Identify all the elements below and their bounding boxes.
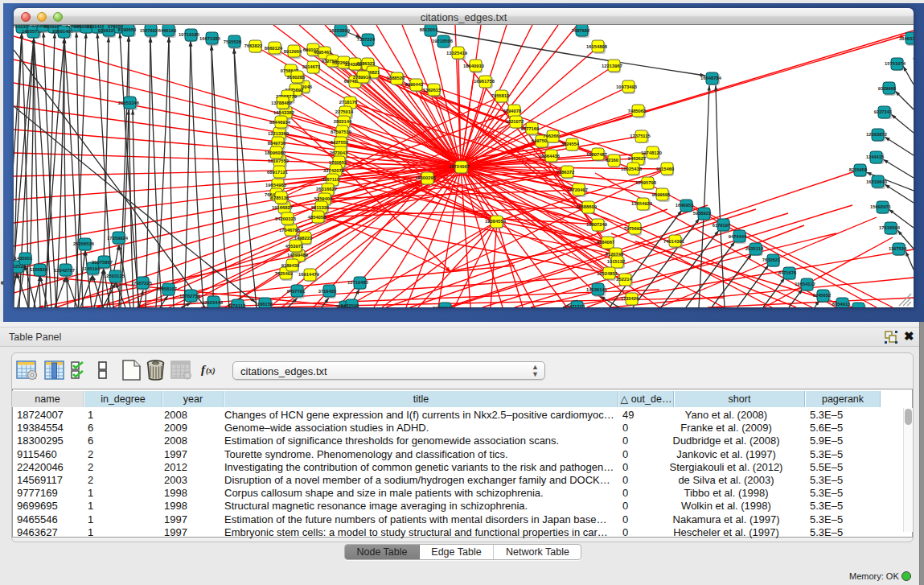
svg-text:6179197: 6179197 xyxy=(713,223,731,228)
svg-text:12093872: 12093872 xyxy=(866,132,887,137)
svg-text:1588520: 1588520 xyxy=(387,76,405,80)
svg-text:87597510: 87597510 xyxy=(331,130,351,134)
svg-text:16671385: 16671385 xyxy=(199,36,221,41)
svg-text:9457791: 9457791 xyxy=(287,289,306,294)
svg-text:9474444: 9474444 xyxy=(729,234,747,239)
svg-text:8471676: 8471676 xyxy=(778,270,797,275)
svg-text:15720407: 15720407 xyxy=(567,187,588,192)
svg-text:9115460: 9115460 xyxy=(656,167,674,171)
svg-text:5471723: 5471723 xyxy=(567,304,585,307)
svg-text:13710485: 13710485 xyxy=(347,280,369,285)
svg-text:7955812: 7955812 xyxy=(491,93,510,98)
svg-text:2275014: 2275014 xyxy=(335,109,354,114)
svg-text:16648784: 16648784 xyxy=(700,76,722,80)
svg-text:2935114: 2935114 xyxy=(745,246,764,251)
svg-text:68917121: 68917121 xyxy=(267,170,289,175)
svg-text:13654923: 13654923 xyxy=(631,201,653,206)
svg-text:20053346: 20053346 xyxy=(118,101,140,105)
svg-text:12923448: 12923448 xyxy=(202,300,224,305)
svg-text:9699695: 9699695 xyxy=(652,192,671,197)
svg-text:6785136: 6785136 xyxy=(271,196,290,200)
svg-text:9245652: 9245652 xyxy=(813,293,832,298)
svg-text:20206536: 20206536 xyxy=(73,241,95,246)
svg-text:19654983: 19654983 xyxy=(265,183,287,187)
svg-text:10025438: 10025438 xyxy=(621,167,643,171)
svg-text:16543382: 16543382 xyxy=(273,110,294,115)
svg-text:1015132: 1015132 xyxy=(607,259,626,264)
svg-text:8215958: 8215958 xyxy=(849,167,868,172)
svg-text:2673043: 2673043 xyxy=(330,150,348,155)
svg-text:3716485: 3716485 xyxy=(318,289,337,294)
svg-text:6794078: 6794078 xyxy=(503,109,522,113)
svg-text:1435051: 1435051 xyxy=(14,256,33,261)
svg-text:18096080: 18096080 xyxy=(265,150,285,155)
svg-text:3624554: 3624554 xyxy=(561,142,580,146)
svg-text:1167534: 1167534 xyxy=(889,246,907,251)
svg-text:3160285: 3160285 xyxy=(287,75,306,80)
svg-text:1621072: 1621072 xyxy=(506,119,524,124)
svg-text:252214: 252214 xyxy=(616,277,632,282)
svg-text:29383903: 29383903 xyxy=(433,306,454,307)
svg-text:10748120: 10748120 xyxy=(641,150,662,155)
svg-text:10958107: 10958107 xyxy=(156,286,177,291)
svg-text:9189438: 9189438 xyxy=(281,263,300,268)
svg-text:15751074: 15751074 xyxy=(885,61,906,66)
svg-text:8660124: 8660124 xyxy=(265,46,283,51)
svg-text:2687682: 2687682 xyxy=(572,28,590,33)
svg-text:13325419: 13325419 xyxy=(446,51,468,56)
svg-text:3014673: 3014673 xyxy=(302,64,321,69)
svg-text:5311336: 5311336 xyxy=(311,205,330,210)
svg-text:10719185: 10719185 xyxy=(179,32,200,37)
svg-text:8483598: 8483598 xyxy=(341,303,359,307)
svg-text:5938923: 5938923 xyxy=(693,211,712,216)
svg-text:4553971: 4553971 xyxy=(285,244,304,249)
svg-text:10807487: 10807487 xyxy=(586,152,607,157)
svg-text:74014391: 74014391 xyxy=(663,239,685,244)
svg-text:18807249: 18807249 xyxy=(586,222,608,227)
svg-text:16154808: 16154808 xyxy=(586,44,608,49)
svg-text:04200323: 04200323 xyxy=(275,216,297,221)
svg-text:746266: 746266 xyxy=(543,134,559,138)
svg-text:17359924: 17359924 xyxy=(107,236,129,241)
svg-text:1640953: 1640953 xyxy=(676,203,694,208)
svg-text:17046798: 17046798 xyxy=(279,228,301,233)
svg-text:18724007: 18724007 xyxy=(449,164,470,169)
svg-text:4095461: 4095461 xyxy=(314,50,332,55)
svg-text:19218506: 19218506 xyxy=(432,39,454,43)
svg-text:4854058: 4854058 xyxy=(308,215,326,220)
svg-text:15692971: 15692971 xyxy=(870,204,892,209)
svg-text:14136141: 14136141 xyxy=(586,287,608,292)
svg-text:7357224: 7357224 xyxy=(357,37,376,42)
svg-text:(x): (x) xyxy=(206,366,216,376)
svg-text:38463158: 38463158 xyxy=(899,36,914,41)
svg-text:13788482: 13788482 xyxy=(271,101,292,105)
svg-text:62160: 62160 xyxy=(606,158,618,163)
svg-text:1156829: 1156829 xyxy=(30,267,48,272)
svg-text:30975867: 30975867 xyxy=(92,260,113,265)
svg-text:18640910: 18640910 xyxy=(463,64,484,68)
svg-text:2803144: 2803144 xyxy=(334,119,352,124)
svg-text:9184067: 9184067 xyxy=(597,240,615,245)
svg-text:16210643: 16210643 xyxy=(866,179,888,184)
svg-text:7632621: 7632621 xyxy=(762,257,781,262)
svg-text:19384554: 19384554 xyxy=(485,219,507,224)
svg-text:1244415: 1244415 xyxy=(866,154,885,159)
svg-text:7663822: 7663822 xyxy=(244,43,263,48)
svg-text:1362615: 1362615 xyxy=(423,88,441,93)
svg-text:8849736: 8849736 xyxy=(268,141,286,146)
svg-text:16782759: 16782759 xyxy=(179,294,201,299)
svg-text:17375115: 17375115 xyxy=(630,134,651,138)
svg-text:20364436: 20364436 xyxy=(539,154,561,159)
svg-text:9463627: 9463627 xyxy=(628,156,647,161)
svg-text:16914479: 16914479 xyxy=(298,272,320,277)
svg-text:26316627: 26316627 xyxy=(316,187,337,192)
svg-text:16033809: 16033809 xyxy=(329,28,351,33)
svg-text:1527602: 1527602 xyxy=(140,28,158,33)
svg-text:19166827: 19166827 xyxy=(272,205,293,210)
svg-text:12503135: 12503135 xyxy=(104,274,125,278)
svg-text:8813054: 8813054 xyxy=(420,27,438,32)
svg-text:12942757: 12942757 xyxy=(54,268,75,273)
svg-text:2718176: 2718176 xyxy=(339,100,358,105)
svg-text:12213967: 12213967 xyxy=(602,64,622,68)
svg-text:8427552: 8427552 xyxy=(331,140,349,145)
